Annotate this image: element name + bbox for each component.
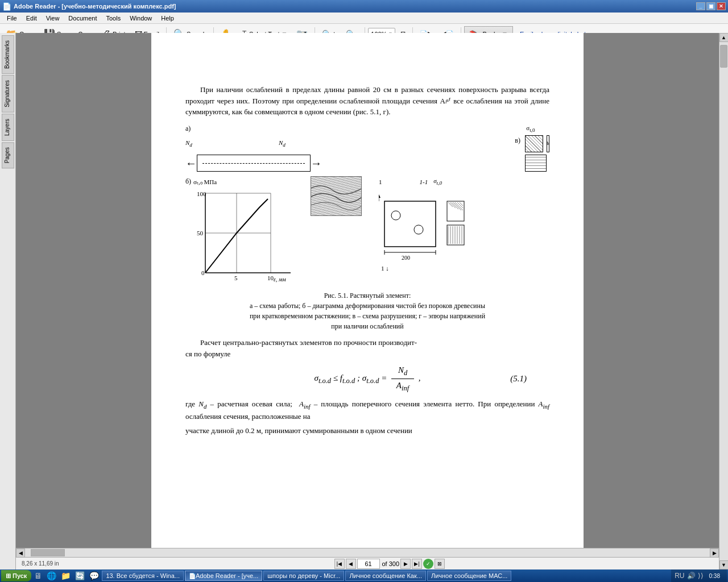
window-title: Adobe Reader - [учебно-методический комп… — [14, 3, 696, 10]
section-diagram: 200 — [379, 190, 493, 264]
scroll-right-button[interactable]: ▶ — [710, 548, 719, 558]
scroll-down-button[interactable]: ▼ — [719, 560, 729, 569]
fig-label-a: а) — [185, 123, 191, 134]
formula-numerator: Nd — [398, 364, 407, 379]
beam-diagram: ← → — [185, 155, 322, 172]
stress-strain-graph: 100 50 0 5 10 ε, мм — [185, 188, 299, 287]
svg-point-13 — [391, 211, 400, 220]
statusbar: 8,26 x 11,69 in |◀ ◀ of 300 ▶ ▶| ✓ ⊠ — [16, 557, 719, 569]
taskbar-item-2[interactable]: 📄 Adobe Reader - [уче... — [185, 571, 262, 581]
pages-tab[interactable]: Pages — [2, 142, 14, 168]
scroll-track-vertical[interactable] — [719, 42, 728, 560]
quicklaunch-icon-4[interactable]: 🔄 — [75, 571, 85, 580]
fig-part-b: б) σₜ,₀ МПа — [185, 176, 299, 287]
signatures-tab[interactable]: Signatures — [2, 75, 14, 113]
nav-panel: Bookmarks Signatures Layers Pages — [0, 33, 16, 569]
start-button[interactable]: ⊞ Пуск — [1, 570, 31, 581]
menu-view[interactable]: View — [42, 14, 64, 23]
taskbar: ⊞ Пуск 🖥 🌐 📁 🔄 💬 13. Все сбудется - Wina… — [0, 569, 728, 582]
scroll-left-button[interactable]: ◀ — [16, 548, 25, 558]
page-header — [151, 33, 584, 61]
menubar: File Edit View Document Tools Window Hel… — [0, 13, 728, 24]
of-pages-label: of 300 — [382, 560, 400, 567]
menu-tools[interactable]: Tools — [102, 14, 126, 23]
quicklaunch-icon-2[interactable]: 🌐 — [47, 571, 56, 580]
fracture-image — [311, 176, 362, 216]
beam-dashes — [202, 163, 305, 164]
doc-page: При наличии ослаблений в пределах длины … — [151, 61, 584, 557]
start-label: Пуск — [13, 572, 27, 579]
last-page-button[interactable]: ▶| — [412, 559, 422, 569]
fig-caption-line2: а – схема работы; б – диаграмма деформир… — [185, 301, 549, 311]
scroll-thumb-vertical[interactable] — [720, 45, 727, 68]
taskbar-item-5-label: Личное сообщение МАС... — [431, 572, 507, 579]
svg-point-14 — [414, 225, 423, 234]
menu-edit[interactable]: Edit — [22, 14, 42, 23]
scrollbar-right: ▲ ▼ — [719, 33, 728, 569]
start-icon: ⊞ — [6, 572, 11, 580]
layers-tab[interactable]: Layers — [2, 114, 14, 141]
svg-text:5: 5 — [234, 275, 238, 281]
next-page-button[interactable]: ▶ — [400, 559, 411, 569]
menu-document[interactable]: Document — [64, 14, 101, 23]
svg-text:50: 50 — [197, 230, 204, 236]
scroll-thumb-horizontal[interactable] — [31, 549, 65, 556]
stress-small-b: b — [547, 135, 549, 152]
svg-text:100: 100 — [197, 190, 206, 197]
nd-label-left: Nd — [185, 138, 192, 149]
quicklaunch-icon-1[interactable]: 🖥 — [34, 571, 42, 580]
fig-part-v-photo — [311, 176, 362, 216]
formula-text: σt.o.d ≤ ft.o.d ; σt.o.d = Nd Ainf , — [314, 364, 420, 394]
tray-icon-3: ⟩⟩ — [698, 572, 704, 580]
first-page-button[interactable]: |◀ — [334, 559, 345, 569]
paragraph-1: При наличии ослаблений в пределах длины … — [185, 84, 549, 118]
para2-end: ся по формуле — [185, 350, 230, 358]
taskbar-item-3[interactable]: шпоры по дереву - Micr... — [263, 571, 344, 581]
status-left: 8,26 x 11,69 in — [18, 560, 63, 567]
minimize-button[interactable]: _ — [696, 2, 705, 10]
nav-extra-btn[interactable]: ⊠ — [435, 559, 445, 569]
scroll-track-horizontal[interactable] — [25, 548, 710, 557]
restore-button[interactable]: ▣ — [706, 2, 715, 10]
svg-rect-12 — [384, 201, 436, 247]
page-size-label: 8,26 x 11,69 in — [18, 560, 63, 567]
svg-text:10: 10 — [267, 275, 274, 281]
beam-box — [197, 155, 311, 172]
tray-lang-icon: RU — [675, 572, 684, 580]
figure-5-1: а) Nd Nd ← → — [185, 123, 549, 332]
quicklaunch-icon-5[interactable]: 💬 — [89, 571, 99, 580]
stress-box-1 — [525, 135, 543, 152]
taskbar-item-2-label: Adobe Reader - [уче... — [196, 572, 258, 579]
arrow-left-icon: ← — [185, 155, 197, 172]
formula-denominator: Ainf — [396, 379, 409, 394]
section-1-label-top: 1 — [379, 177, 382, 187]
formula-area: σt.o.d ≤ ft.o.d ; σt.o.d = Nd Ainf , (5.… — [185, 364, 549, 394]
main-area: При наличии ослаблений в пределах длины … — [16, 33, 719, 557]
svg-text:200: 200 — [402, 255, 410, 261]
taskbar-item-4[interactable]: Личное сообщение Как... — [345, 571, 426, 581]
fig-label-b: б) — [185, 176, 191, 186]
system-tray: RU 🔊 ⟩⟩ 0:38 — [671, 569, 727, 582]
graph-y-axis-label: σₜ,₀ МПа — [193, 177, 217, 187]
taskbar-item-1[interactable]: 13. Все сбудется - Wina... — [102, 571, 184, 581]
paragraph-4: участке длиной до 0.2 м, принимают сумми… — [185, 425, 549, 436]
section-1-label-bottom: 1 ↓ — [381, 264, 389, 273]
taskbar-item-5[interactable]: Личное сообщение МАС... — [427, 571, 511, 581]
quicklaunch-icon-3[interactable]: 📁 — [61, 571, 71, 580]
prev-page-button[interactable]: ◀ — [346, 559, 356, 569]
stress-box-2 — [525, 155, 547, 172]
menu-help[interactable]: Help — [156, 14, 179, 23]
scroll-up-button[interactable]: ▲ — [719, 33, 729, 42]
scrollbar-bottom: ◀ ▶ — [16, 548, 719, 557]
window-controls: _ ▣ ✕ — [696, 2, 726, 10]
page-navigation: |◀ ◀ of 300 ▶ ▶| ✓ ⊠ — [63, 559, 717, 569]
current-page-input[interactable] — [357, 559, 380, 569]
bookmarks-tab[interactable]: Bookmarks — [2, 35, 14, 74]
fig-part-v-stress: σt,0 в) b — [515, 123, 549, 172]
stress-top-label: σt,0 — [526, 123, 549, 135]
menu-window[interactable]: Window — [125, 14, 156, 23]
svg-text:0: 0 — [201, 269, 205, 276]
close-button[interactable]: ✕ — [717, 2, 726, 10]
menu-file[interactable]: File — [2, 14, 22, 23]
fig-caption: Рис. 5.1. Растянутый элемент: а – схема … — [185, 290, 549, 331]
